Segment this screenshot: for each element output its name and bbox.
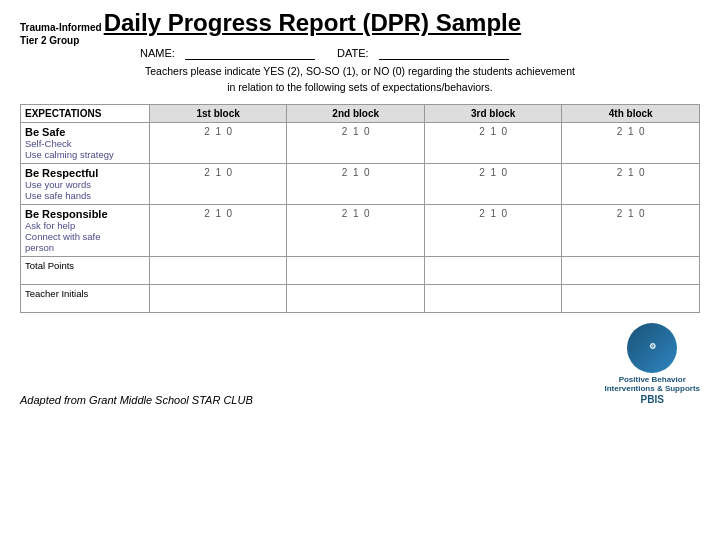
col-expectations: EXPECTATIONS xyxy=(21,104,150,122)
be-safe-sub: Self-CheckUse calming strategy xyxy=(25,138,145,160)
resp2-b2-numbers: 2 1 0 xyxy=(342,208,370,219)
respectful-block4: 2 1 0 xyxy=(562,163,700,204)
resp-b1-numbers: 2 1 0 xyxy=(204,167,232,178)
responsible-block4: 2 1 0 xyxy=(562,204,700,256)
pbis-circle-icon: ⚙ xyxy=(627,323,677,373)
total-block2 xyxy=(287,256,425,284)
be-safe-label: Be Safe xyxy=(25,126,145,138)
col-1st-block: 1st block xyxy=(149,104,287,122)
initials-block1 xyxy=(149,284,287,312)
safe-b3-numbers: 2 1 0 xyxy=(479,126,507,137)
resp2-b3-numbers: 2 1 0 xyxy=(479,208,507,219)
safe-b1-numbers: 2 1 0 xyxy=(204,126,232,137)
name-label: NAME: xyxy=(140,47,175,59)
be-respectful-sub: Use your wordsUse safe hands xyxy=(25,179,145,201)
footer: Adapted from Grant Middle School STAR CL… xyxy=(20,323,700,406)
name-date-row: NAME: DATE: xyxy=(140,47,700,60)
total-block3 xyxy=(424,256,562,284)
table-row: Be Responsible Ask for helpConnect with … xyxy=(21,204,700,256)
total-block4 xyxy=(562,256,700,284)
pbis-line1: Positive Behavior xyxy=(604,375,700,385)
safe-block2: 2 1 0 xyxy=(287,122,425,163)
total-points-label: Total Points xyxy=(21,256,150,284)
initials-block4 xyxy=(562,284,700,312)
safe-block4: 2 1 0 xyxy=(562,122,700,163)
instruction-line2: in relation to the following sets of exp… xyxy=(20,80,700,96)
be-responsible-label: Be Responsible xyxy=(25,208,145,220)
responsible-block2: 2 1 0 xyxy=(287,204,425,256)
initials-block2 xyxy=(287,284,425,312)
pbis-line3: PBIS xyxy=(604,394,700,406)
expectation-responsible: Be Responsible Ask for helpConnect with … xyxy=(21,204,150,256)
trauma-informed-label: Trauma-Informed xyxy=(20,21,102,34)
pbis-text: Positive Behavior Interventions & Suppor… xyxy=(604,375,700,406)
tier-label: Tier 2 Group xyxy=(20,34,79,47)
table-row: Be Safe Self-CheckUse calming strategy 2… xyxy=(21,122,700,163)
initials-block3 xyxy=(424,284,562,312)
resp2-b1-numbers: 2 1 0 xyxy=(204,208,232,219)
pbis-icon-text: ⚙ xyxy=(649,343,656,352)
respectful-block3: 2 1 0 xyxy=(424,163,562,204)
safe-block3: 2 1 0 xyxy=(424,122,562,163)
respectful-block2: 2 1 0 xyxy=(287,163,425,204)
respectful-block1: 2 1 0 xyxy=(149,163,287,204)
total-block1 xyxy=(149,256,287,284)
name-field xyxy=(185,47,315,60)
safe-b4-numbers: 2 1 0 xyxy=(617,126,645,137)
col-4th-block: 4th block xyxy=(562,104,700,122)
col-3rd-block: 3rd block xyxy=(424,104,562,122)
pbis-logo: ⚙ Positive Behavior Interventions & Supp… xyxy=(604,323,700,406)
responsible-block1: 2 1 0 xyxy=(149,204,287,256)
safe-block1: 2 1 0 xyxy=(149,122,287,163)
col-2nd-block: 2nd block xyxy=(287,104,425,122)
date-field xyxy=(379,47,509,60)
dpr-table: EXPECTATIONS 1st block 2nd block 3rd blo… xyxy=(20,104,700,313)
expectation-respectful: Be Respectful Use your wordsUse safe han… xyxy=(21,163,150,204)
be-respectful-label: Be Respectful xyxy=(25,167,145,179)
main-title: Daily Progress Report (DPR) Sample xyxy=(104,10,521,36)
left-labels: Trauma-Informed Tier 2 Group xyxy=(20,21,102,47)
adapted-text: Adapted from Grant Middle School STAR CL… xyxy=(20,394,253,406)
instructions: Teachers please indicate YES (2), SO-SO … xyxy=(20,64,700,96)
be-responsible-sub: Ask for helpConnect with safeperson xyxy=(25,220,145,253)
resp2-b4-numbers: 2 1 0 xyxy=(617,208,645,219)
date-label: DATE: xyxy=(337,47,369,59)
resp-b4-numbers: 2 1 0 xyxy=(617,167,645,178)
responsible-block3: 2 1 0 xyxy=(424,204,562,256)
teacher-initials-label: Teacher Initials xyxy=(21,284,150,312)
expectation-safe: Be Safe Self-CheckUse calming strategy xyxy=(21,122,150,163)
instruction-line1: Teachers please indicate YES (2), SO-SO … xyxy=(20,64,700,80)
total-points-row: Total Points xyxy=(21,256,700,284)
safe-b2-numbers: 2 1 0 xyxy=(342,126,370,137)
table-row: Be Respectful Use your wordsUse safe han… xyxy=(21,163,700,204)
resp-b3-numbers: 2 1 0 xyxy=(479,167,507,178)
header: Trauma-Informed Tier 2 Group Daily Progr… xyxy=(20,10,700,47)
pbis-line2: Interventions & Supports xyxy=(604,384,700,394)
teacher-initials-row: Teacher Initials xyxy=(21,284,700,312)
resp-b2-numbers: 2 1 0 xyxy=(342,167,370,178)
